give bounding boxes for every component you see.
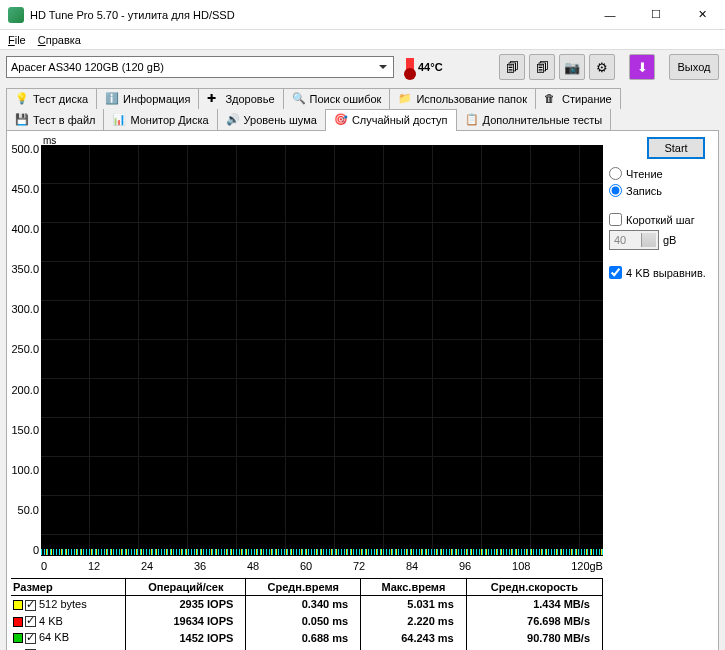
tab-icon: 🔍: [292, 92, 306, 106]
results-table: РазмерОпераций/секСредн.времяМакс.времяС…: [11, 578, 603, 650]
title-text: HD Tune Pro 5.70 - утилита для HD/SSD: [30, 9, 587, 21]
app-icon: [8, 7, 24, 23]
tabstrip: 💡Тест дискаℹ️Информация✚Здоровье🔍Поиск о…: [0, 84, 725, 130]
tab-монитор-диска[interactable]: 📊Монитор Диска: [103, 109, 217, 130]
tab-использование-папок[interactable]: 📁Использование папок: [389, 88, 536, 109]
tab-icon: 🔊: [226, 113, 240, 127]
y-axis: 500.0450.0400.0350.0300.0250.0200.0150.0…: [11, 135, 41, 576]
close-button[interactable]: ✕: [679, 0, 725, 29]
tab-тест-в-файл[interactable]: 💾Тест в файл: [6, 109, 104, 130]
toolbar: Apacer AS340 120GB (120 gB) 44°C 🗐 🗐 📷 ⚙…: [0, 50, 725, 84]
x-axis: 01224364860728496108120gB: [41, 558, 603, 576]
tab-icon: ℹ️: [105, 92, 119, 106]
tab-случайный-доступ[interactable]: 🎯Случайный доступ: [325, 109, 457, 131]
tab-icon: 🗑: [544, 92, 558, 106]
step-spinner[interactable]: 40gB: [609, 230, 714, 250]
temperature: 44°C: [406, 58, 443, 76]
start-button[interactable]: Start: [647, 137, 705, 159]
tab-icon: 💾: [15, 113, 29, 127]
chart-plot: ms 01224364860728496108120gB: [41, 135, 603, 576]
tab-icon: 📊: [112, 113, 126, 127]
radio-write[interactable]: Запись: [609, 184, 714, 197]
tab-стирание[interactable]: 🗑Стирание: [535, 88, 621, 109]
tab-тест-диска[interactable]: 💡Тест диска: [6, 88, 97, 109]
maximize-button[interactable]: ☐: [633, 0, 679, 29]
tab-icon: 🎯: [334, 113, 348, 127]
tab-icon: 📁: [398, 92, 412, 106]
radio-read[interactable]: Чтение: [609, 167, 714, 180]
menu-help[interactable]: Справка: [38, 34, 81, 46]
copy-info-button[interactable]: 🗐: [499, 54, 525, 80]
exit-button[interactable]: Выход: [669, 54, 719, 80]
titlebar: HD Tune Pro 5.70 - утилита для HD/SSD — …: [0, 0, 725, 30]
copy-screenshot-button[interactable]: 🗐: [529, 54, 555, 80]
table-row: 1 MB173 IOPS5.776 ms293.819 ms173.101 MB…: [11, 646, 603, 650]
tab-дополнительные-тесты[interactable]: 📋Дополнительные тесты: [456, 109, 612, 130]
row-checkbox[interactable]: [25, 600, 36, 611]
y-unit: ms: [43, 135, 56, 146]
chart-area: 500.0450.0400.0350.0300.0250.0200.0150.0…: [11, 135, 603, 576]
checkbox-short-step[interactable]: Короткий шаг: [609, 213, 714, 226]
row-checkbox[interactable]: [25, 633, 36, 644]
minimize-button[interactable]: —: [587, 0, 633, 29]
row-checkbox[interactable]: [25, 616, 36, 627]
table-row: 4 KB19634 IOPS0.050 ms2.220 ms76.698 MB/…: [11, 613, 603, 630]
tab-content: 500.0450.0400.0350.0300.0250.0200.0150.0…: [6, 130, 719, 650]
drive-select[interactable]: Apacer AS340 120GB (120 gB): [6, 56, 394, 78]
tab-icon: 💡: [15, 92, 29, 106]
tab-icon: ✚: [207, 92, 221, 106]
save-button[interactable]: ⬇: [629, 54, 655, 80]
tab-уровень-шума[interactable]: 🔊Уровень шума: [217, 109, 326, 130]
side-panel: Start Чтение Запись Короткий шаг 40gB 4 …: [609, 135, 714, 650]
thermometer-icon: [406, 58, 414, 76]
table-row: 64 KB1452 IOPS0.688 ms64.243 ms90.780 MB…: [11, 629, 603, 646]
tab-icon: 📋: [465, 113, 479, 127]
menu-file[interactable]: File: [8, 34, 26, 46]
screenshot-button[interactable]: 📷: [559, 54, 585, 80]
checkbox-4kb-align[interactable]: 4 KB выравнив.: [609, 266, 714, 279]
tab-поиск-ошибок[interactable]: 🔍Поиск ошибок: [283, 88, 391, 109]
settings-button[interactable]: ⚙: [589, 54, 615, 80]
table-row: 512 bytes2935 IOPS0.340 ms5.031 ms1.434 …: [11, 596, 603, 613]
tab-здоровье[interactable]: ✚Здоровье: [198, 88, 283, 109]
menubar: File Справка: [0, 30, 725, 50]
tab-информация[interactable]: ℹ️Информация: [96, 88, 199, 109]
